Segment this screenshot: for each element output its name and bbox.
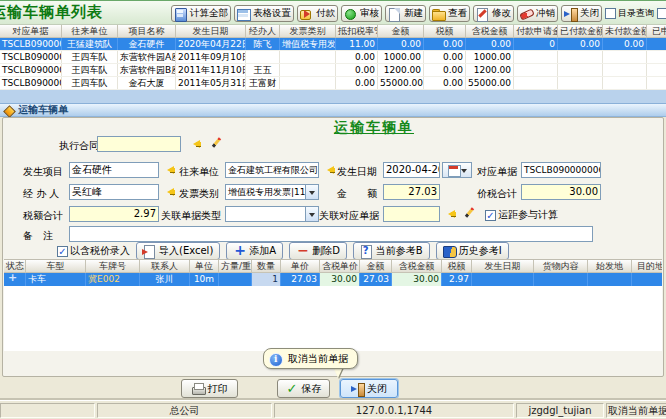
current-ref-button[interactable]: 当前参考B xyxy=(353,242,430,260)
list-cell xyxy=(647,77,666,89)
column-header[interactable]: 目的地 xyxy=(632,260,662,272)
add-button[interactable]: 添加A xyxy=(226,242,283,260)
note-field[interactable] xyxy=(69,226,593,242)
invoice-type-select[interactable]: 增值税专用发票|11% xyxy=(225,184,319,200)
calendar-dropdown-button[interactable] xyxy=(442,162,472,178)
list-cell: 0.00 xyxy=(378,38,424,50)
grid-cell-tax: 2.97 xyxy=(442,273,472,286)
pencil-icon[interactable] xyxy=(463,207,476,219)
date-field[interactable]: 2020-04-26 xyxy=(383,162,440,178)
list-cell: 王五 xyxy=(246,64,280,76)
list-row[interactable]: TSCLB090000003王四车队东营软件园B座2011年11月10日王五0.… xyxy=(0,64,666,77)
print-button[interactable]: 打印 xyxy=(181,379,238,398)
delete-button[interactable]: 删除D xyxy=(289,242,347,260)
display-checkbox[interactable]: 显示 xyxy=(657,7,666,20)
new-button[interactable]: 新建 xyxy=(385,5,426,22)
doc-no-field[interactable]: TSCLB090000006 xyxy=(521,162,601,178)
agent-field[interactable]: 吴红峰 xyxy=(69,184,159,200)
column-header[interactable]: 未付款金额 xyxy=(603,25,647,37)
list-row[interactable]: TSCLB090000004王猛建筑队金石硬件2020年04月22日陈飞增值税专… xyxy=(0,38,666,51)
column-header[interactable]: 单价 xyxy=(281,260,320,272)
column-header[interactable]: 联系人 xyxy=(140,260,190,272)
unit-field[interactable]: 金石建筑工程有限公司 xyxy=(225,162,319,178)
column-header[interactable]: 数量 xyxy=(252,260,281,272)
detail-section-bar[interactable]: 运输车辆单 xyxy=(0,103,666,117)
column-header[interactable]: 经办人 xyxy=(246,25,280,37)
column-header[interactable]: 对应单据 xyxy=(0,25,62,37)
list-cell: 东营软件园A座 xyxy=(118,51,176,63)
column-header[interactable]: 金额 xyxy=(378,25,424,37)
add-icon xyxy=(233,245,246,257)
lookup-icon[interactable] xyxy=(323,164,336,176)
calc-all-button[interactable]: 计算全部 xyxy=(171,5,231,22)
column-header[interactable]: 抵扣税率% xyxy=(336,25,378,37)
list-cell: 增值税专用发票 xyxy=(280,38,336,50)
lookup-icon[interactable] xyxy=(163,164,176,176)
list-cell xyxy=(603,77,647,89)
column-header[interactable]: 已申请金额 xyxy=(647,25,666,37)
tax-entry-checkbox[interactable]: 以含税价录入 xyxy=(57,244,130,258)
column-header[interactable]: 货物内容 xyxy=(534,260,588,272)
list-cell xyxy=(280,51,336,63)
grid-row[interactable]: 卡车冀E002张川10m127.0330.0027.0330.002.97 xyxy=(4,273,662,286)
close-button[interactable]: 关闭 xyxy=(340,379,398,398)
chevron-down-icon[interactable] xyxy=(305,185,318,199)
list-cell xyxy=(558,51,603,63)
chevron-down-icon[interactable] xyxy=(305,207,318,221)
vehicle-detail-grid: 状态车型车牌号联系人单位方量/重量数量单价含税单价金额含税金额税额发生日期货物内… xyxy=(4,259,662,351)
import-excel-button[interactable]: 导入(Excel) xyxy=(136,242,220,260)
audit-button[interactable]: 审核 xyxy=(341,5,382,22)
column-header[interactable]: 单位 xyxy=(190,260,219,272)
list-cell: 55000.00 xyxy=(466,77,514,89)
column-header[interactable]: 方量/重量 xyxy=(219,260,252,272)
column-header[interactable]: 付款申请金额 xyxy=(514,25,558,37)
contract-field[interactable] xyxy=(97,136,181,152)
project-field[interactable]: 金石硬件 xyxy=(69,162,159,178)
list-cell: 1200.00 xyxy=(466,64,514,76)
related-doc-type-select[interactable] xyxy=(225,206,319,222)
column-header[interactable]: 金额 xyxy=(360,260,392,272)
list-row[interactable]: TSCLB090000001王四车队金石大厦2011年05月31日王富财0.00… xyxy=(0,77,666,90)
payment-button[interactable]: 付款 xyxy=(297,5,338,22)
lookup-icon[interactable] xyxy=(444,208,457,220)
list-row[interactable] xyxy=(0,90,666,103)
column-header[interactable]: 发票类别 xyxy=(280,25,336,37)
column-header[interactable]: 发生日期 xyxy=(472,260,534,272)
column-header[interactable]: 始发地 xyxy=(588,260,632,272)
close-top-button[interactable]: 关闭 xyxy=(561,5,602,22)
pencil-icon[interactable] xyxy=(210,137,223,149)
column-header[interactable]: 含税金额 xyxy=(392,260,442,272)
table-settings-button[interactable]: 表格设置 xyxy=(234,5,294,22)
form-title: 运输车辆单 xyxy=(334,119,414,137)
column-header[interactable]: 税额 xyxy=(442,260,472,272)
grid-header-row: 状态车型车牌号联系人单位方量/重量数量单价含税单价金额含税金额税额发生日期货物内… xyxy=(4,260,662,273)
view-button[interactable]: 查看 xyxy=(429,5,470,22)
detail-actions-row: 以含税价录入 导入(Excel)添加A删除D当前参考B历史参考I xyxy=(57,242,509,260)
history-ref-button[interactable]: 历史参考I xyxy=(436,242,509,260)
column-header[interactable]: 车牌号 xyxy=(86,260,140,272)
list-cell xyxy=(603,64,647,76)
save-button[interactable]: 保存 xyxy=(277,379,330,398)
total-with-tax-field[interactable]: 30.00 xyxy=(521,184,601,200)
column-header[interactable]: 已付款金额 xyxy=(558,25,603,37)
column-header[interactable]: 项目名称 xyxy=(118,25,176,37)
column-header[interactable]: 含税单价 xyxy=(320,260,360,272)
related-doc-field[interactable] xyxy=(383,206,440,222)
status-segment xyxy=(0,403,95,418)
lookup-icon[interactable] xyxy=(189,138,202,150)
column-header[interactable]: 状态 xyxy=(4,260,26,272)
distance-calc-checkbox[interactable]: 运距参与计算 xyxy=(485,208,558,222)
column-header[interactable]: 税额 xyxy=(424,25,466,37)
column-header[interactable]: 含税金额 xyxy=(466,25,514,37)
directory-query-checkbox[interactable]: 目录查询 xyxy=(605,7,654,20)
lookup-icon[interactable] xyxy=(163,186,176,198)
modify-button[interactable]: 修改 xyxy=(473,5,514,22)
column-header[interactable]: 发生日期 xyxy=(176,25,246,37)
amount-field[interactable]: 27.03 xyxy=(383,184,440,200)
list-row[interactable]: TSCLB090000002王四车队东营软件园A座2011年09月10日0.00… xyxy=(0,51,666,64)
column-header[interactable]: 车型 xyxy=(26,260,86,272)
tax-total-field[interactable]: 2.97 xyxy=(69,206,159,222)
calendar-icon xyxy=(448,164,461,176)
writeoff-button[interactable]: 冲销 xyxy=(517,5,558,22)
column-header[interactable]: 往来单位 xyxy=(62,25,118,37)
